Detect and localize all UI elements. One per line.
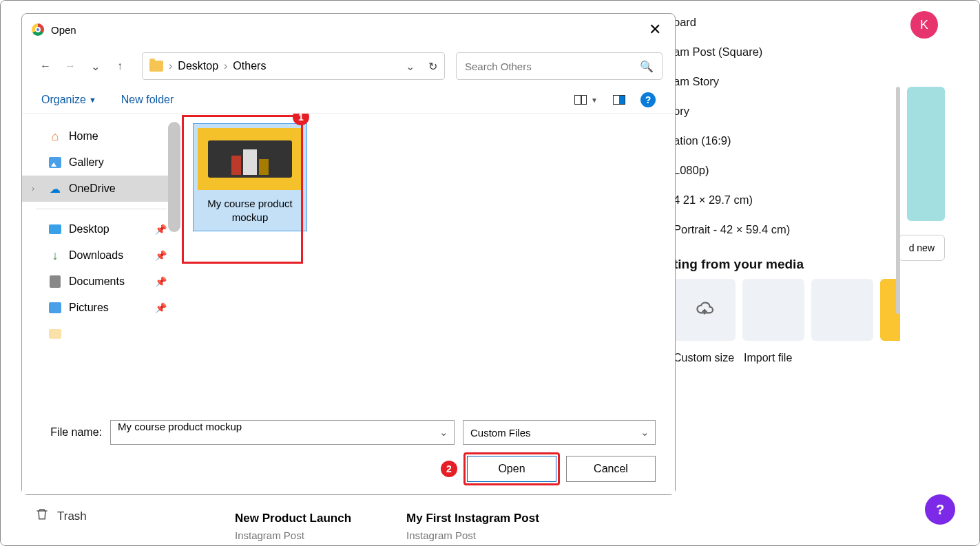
sidebar-label: Gallery [69,156,104,169]
pin-icon: 📌 [155,302,167,313]
cancel-button[interactable]: Cancel [566,456,656,482]
divider [36,209,167,209]
dialog-titlebar: Open ✕ [22,14,675,45]
sidebar-item-more[interactable] [22,321,180,347]
media-thumb[interactable] [742,279,804,341]
pin-icon: 📌 [155,224,167,235]
file-open-dialog: Open ✕ ← → ⌄ ↑ › Desktop › Others ⌄ ↻ 🔍 … [21,13,676,495]
sidebar-label: Downloads [69,249,123,262]
new-folder-button[interactable]: New folder [121,94,174,106]
avatar[interactable]: K [910,11,938,39]
filename-input[interactable]: My course product mockup ⌄ [110,420,455,445]
side-panel: oard am Post (Square) am Story ory ation… [674,8,900,501]
file-list[interactable]: 1 My course product mockup [180,114,675,406]
sidebar-scrollbar[interactable] [168,122,180,232]
onedrive-icon: ☁ [48,182,62,195]
home-icon: ⌂ [48,130,62,143]
chevron-right-icon: › [224,60,227,72]
breadcrumb-item[interactable]: Desktop [178,60,218,72]
up-button[interactable]: ↑ [109,55,131,77]
sidebar-label: OneDrive [69,182,116,195]
filename-value: My course product mockup [118,421,242,432]
upload-new-button[interactable]: d new [899,235,945,261]
back-button[interactable]: ← [34,55,56,77]
dialog-title: Open [51,24,76,36]
gallery-icon [48,156,62,169]
chrome-icon [32,23,44,36]
refresh-button[interactable]: ↻ [428,60,437,73]
recent-item[interactable]: New Product Launch Instagram Post [235,512,351,541]
trash-label: Trash [57,510,87,523]
recent-item[interactable]: My First Instagram Post Instagram Post [406,512,539,541]
search-input[interactable] [465,61,640,72]
trash-link[interactable]: Trash [35,507,87,525]
sidebar-item-home[interactable]: ⌂ Home [22,123,180,149]
recent-title: New Product Launch [235,512,351,525]
sidebar: ⌂ Home Gallery ›☁ OneDrive Desktop 📌 ↓ D… [22,114,180,406]
pin-icon: 📌 [155,250,167,261]
folder-icon [48,328,62,340]
sidebar-label: Desktop [69,223,110,235]
upload-preview-thumb [907,87,945,221]
nav-bar: ← → ⌄ ↑ › Desktop › Others ⌄ ↻ 🔍 [22,45,675,87]
forward-button[interactable]: → [59,55,81,77]
size-option[interactable]: 4 21 × 29.7 cm) [674,185,892,215]
size-option[interactable]: L080p) [674,156,892,185]
chevron-down-icon: ▼ [89,96,96,104]
sidebar-item-downloads[interactable]: ↓ Downloads 📌 [22,242,180,269]
import-file-link[interactable]: Import file [744,352,792,364]
dialog-footer: File name: My course product mockup ⌄ Cu… [22,406,675,494]
folder-icon [149,61,163,72]
chevron-down-icon: ▼ [591,96,598,104]
trash-icon [35,507,49,525]
annotation-2 [463,452,560,485]
desktop-icon [48,223,62,235]
dialog-body: ⌂ Home Gallery ›☁ OneDrive Desktop 📌 ↓ D… [22,113,675,406]
sidebar-label: Documents [69,275,125,288]
toolbar: Organize ▼ New folder ▼ ? [22,87,675,113]
pin-icon: 📌 [155,276,167,287]
view-mode-button[interactable]: ▼ [574,95,598,105]
recent-dropdown[interactable]: ⌄ [84,55,106,77]
size-option[interactable]: oard [674,8,892,37]
sidebar-label: Home [69,130,98,143]
chevron-down-icon[interactable]: ⌄ [439,426,448,439]
view-icon [574,95,587,105]
download-icon: ↓ [48,249,62,262]
size-option[interactable]: Portrait - 42 × 59.4 cm) [674,215,892,244]
sidebar-item-documents[interactable]: Documents 📌 [22,269,180,295]
size-option[interactable]: ory [674,96,892,126]
help-button[interactable]: ? [925,494,955,525]
media-row [674,279,892,341]
media-upload-tile[interactable] [674,279,736,341]
sidebar-item-gallery[interactable]: Gallery [22,149,180,176]
file-type-value: Custom Files [470,427,531,439]
size-option[interactable]: am Story [674,67,892,96]
sidebar-item-desktop[interactable]: Desktop 📌 [22,216,180,242]
breadcrumb-item[interactable]: Others [233,60,266,72]
recent-subtitle: Instagram Post [406,529,539,541]
close-button[interactable]: ✕ [645,21,665,39]
recent-subtitle: Instagram Post [235,529,351,541]
search-box[interactable]: 🔍 [456,52,663,80]
preview-pane-button[interactable] [613,95,625,105]
filename-label: File name: [41,426,102,439]
custom-size-link[interactable]: Custom size [674,352,734,364]
documents-icon [48,275,62,288]
organize-menu[interactable]: Organize ▼ [41,94,96,106]
sidebar-item-pictures[interactable]: Pictures 📌 [22,295,180,321]
pictures-icon [48,302,62,314]
chevron-right-icon: › [169,60,172,72]
expand-icon[interactable]: › [32,184,41,193]
help-icon[interactable]: ? [640,92,656,107]
media-thumb[interactable] [811,279,873,341]
breadcrumb[interactable]: › Desktop › Others ⌄ ↻ [142,52,445,80]
recent-title: My First Instagram Post [406,512,539,525]
sidebar-item-onedrive[interactable]: ›☁ OneDrive [22,176,180,202]
file-type-select[interactable]: Custom Files ⌄ [463,420,656,445]
breadcrumb-dropdown[interactable]: ⌄ [406,60,415,73]
size-option[interactable]: ation (16:9) [674,126,892,156]
sidepanel-scrollbar[interactable] [896,87,900,314]
size-option[interactable]: am Post (Square) [674,37,892,67]
annotation-badge-2: 2 [441,461,457,477]
